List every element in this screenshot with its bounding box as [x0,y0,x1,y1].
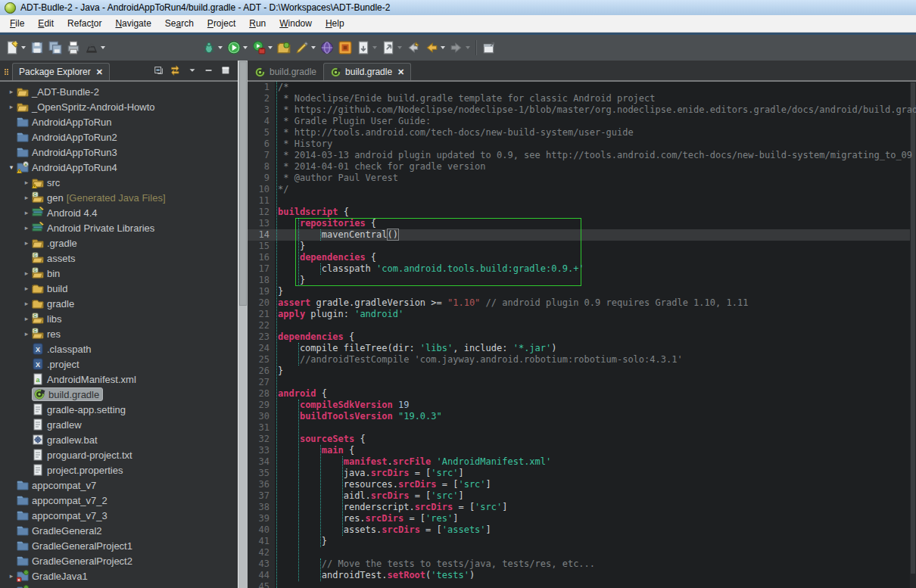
tree-item[interactable]: appcompat_v7 [0,478,238,493]
code-pane[interactable]: /* * Nodeclipse/Enide build.gradle templ… [275,82,916,588]
tree-item[interactable]: GradleGeneral2 [0,523,238,538]
tree-collapsed-arrow-icon[interactable]: ▸ [21,315,32,322]
package-explorer-scrollbar[interactable] [238,61,248,588]
code-line[interactable]: java.srcDirs = ['src'] [275,468,916,479]
android-device-manager-button[interactable] [276,38,292,58]
menu-file[interactable]: File [3,16,31,31]
code-line[interactable]: assets.srcDirs = ['assets'] [275,524,916,536]
tree-item[interactable]: X.project [0,356,238,372]
code-line[interactable]: * @author Paul Verest [275,173,916,184]
link-with-editor-button[interactable] [168,63,183,78]
code-line[interactable]: assert gradle.gradleVersion >= "1.10" //… [275,297,916,309]
tree-item[interactable]: ▸Android 4.4 [0,205,238,220]
code-line[interactable]: android { [275,388,916,400]
collapse-all-button[interactable] [151,63,167,78]
tree-collapsed-arrow-icon[interactable]: ▸ [21,209,32,216]
dropdown-arrow-icon[interactable] [441,46,445,49]
code-line[interactable]: repositories { [275,218,916,229]
code-line[interactable]: res.srcDirs = ['res'] [275,513,916,524]
menu-project[interactable]: Project [201,16,242,31]
tree-collapsed-arrow-icon[interactable]: ▸ [6,572,17,580]
tab-package-explorer[interactable]: Package Explorer ✕ [12,63,110,80]
tree-collapsed-arrow-icon[interactable]: ▸ [21,330,32,338]
code-line[interactable] [275,547,916,558]
save-all-button[interactable] [47,38,64,58]
code-line[interactable]: } [275,366,916,377]
code-line[interactable]: */ [275,184,916,195]
editor-tab-build.gradle[interactable]: build.gradle✕ [323,63,411,80]
open-type-button[interactable] [355,38,379,58]
code-line[interactable]: * History [275,138,916,150]
save-button[interactable] [29,38,45,58]
tree-collapsed-arrow-icon[interactable]: ▸ [6,88,17,95]
code-line[interactable]: classpath 'com.android.tools.build:gradl… [275,263,916,275]
view-drag-handle-icon[interactable] [5,69,8,75]
code-line[interactable]: * 2014-03-13 android plugin updated to 0… [275,150,916,161]
forward-button[interactable] [448,38,472,58]
code-line[interactable]: dependencies { [275,331,916,343]
menu-edit[interactable]: Edit [31,16,61,31]
dropdown-arrow-icon[interactable] [372,46,377,49]
tree-item[interactable]: ▸build [0,281,238,296]
code-line[interactable]: mavenCentral() [275,229,916,241]
code-line[interactable]: * http://tools.android.com/tech-docs/new… [275,127,916,138]
tree-item[interactable]: ▸src [0,175,238,190]
run-button[interactable] [226,38,249,58]
menu-window[interactable]: Window [273,16,319,31]
tree-item[interactable]: GradleGeneralProject1 [0,538,238,553]
code-line[interactable]: main { [275,445,916,456]
android-sdk-manager-button[interactable] [294,38,317,58]
back-button[interactable] [423,38,447,58]
tree-item[interactable]: ▸Gres [0,326,238,341]
code-line[interactable]: sourceSets { [275,434,916,445]
tree-item[interactable]: AndroidAppToRun2 [0,129,238,145]
code-line[interactable]: compile fileTree(dir: 'libs', include: '… [275,343,916,354]
tree-item[interactable]: gradle-app.setting [0,402,238,417]
dropdown-arrow-icon[interactable] [466,46,470,49]
menu-navigate[interactable]: Navigate [108,16,157,31]
tree-collapsed-arrow-icon[interactable]: ▸ [21,224,32,232]
menu-help[interactable]: Help [319,16,351,31]
code-line[interactable]: dependencies { [275,252,916,263]
tree-item[interactable]: AndroidAppToRun [0,114,238,129]
detach-editor-button[interactable] [481,38,497,58]
tree-expanded-arrow-icon[interactable]: ▾ [6,163,17,171]
code-line[interactable]: * Gradle Plugin User Guide: [275,116,916,127]
tree-item[interactable]: AndroidAppToRun3 [0,145,238,160]
view-menu-button[interactable] [185,63,200,78]
dropdown-arrow-icon[interactable] [218,46,223,49]
code-line[interactable]: /* [275,82,916,93]
maximize-button[interactable] [218,63,233,78]
tree-item[interactable]: ▸Gbin [0,266,238,281]
export-button[interactable] [83,38,107,58]
tree-item[interactable]: ▸Ggen [Generated Java Files] [0,190,238,205]
code-line[interactable]: buildscript { [275,207,916,218]
tree-item[interactable]: aAndroidManifest.xml [0,372,238,387]
code-line[interactable]: compileSdkVersion 19 [275,400,916,411]
tree-item[interactable]: appcompat_v7_2 [0,493,238,508]
code-line[interactable]: * Nodeclipse/Enide build.gradle template… [275,93,916,104]
code-line[interactable]: } [275,241,916,252]
last-edit-location-button[interactable] [405,38,422,58]
code-line[interactable] [275,320,916,331]
tree-collapsed-arrow-icon[interactable]: ▸ [6,103,17,110]
tree-collapsed-arrow-icon[interactable]: ▸ [21,269,32,277]
new-class-button[interactable] [380,38,403,58]
code-line[interactable]: manifest.srcFile 'AndroidManifest.xml' [275,456,916,468]
tree-collapsed-arrow-icon[interactable]: ▸ [21,239,32,247]
tree-item[interactable]: ▸Glibs [0,311,238,326]
dropdown-arrow-icon[interactable] [243,46,248,49]
run-history-button[interactable] [251,38,274,58]
code-line[interactable]: * 2014-04-01 check for gradle version [275,161,916,173]
code-line[interactable]: } [275,286,916,297]
code-line[interactable]: androidTest.setRoot('tests') [275,570,916,581]
print-button[interactable] [65,38,82,58]
tree-item[interactable]: build.gradle [0,387,238,402]
tree-item[interactable]: GradleGeneralProject2 [0,553,238,568]
line-number-gutter[interactable]: 1234567891011121314151617181920212223242… [248,82,275,588]
tree-item[interactable]: ▸xGradleJavaQuickStart [0,583,238,588]
tree-item[interactable]: ▸Android Private Libraries [0,220,238,235]
tree-collapsed-arrow-icon[interactable]: ▸ [21,285,32,292]
close-icon[interactable]: ✕ [96,67,103,77]
ddms-button[interactable] [337,38,354,58]
